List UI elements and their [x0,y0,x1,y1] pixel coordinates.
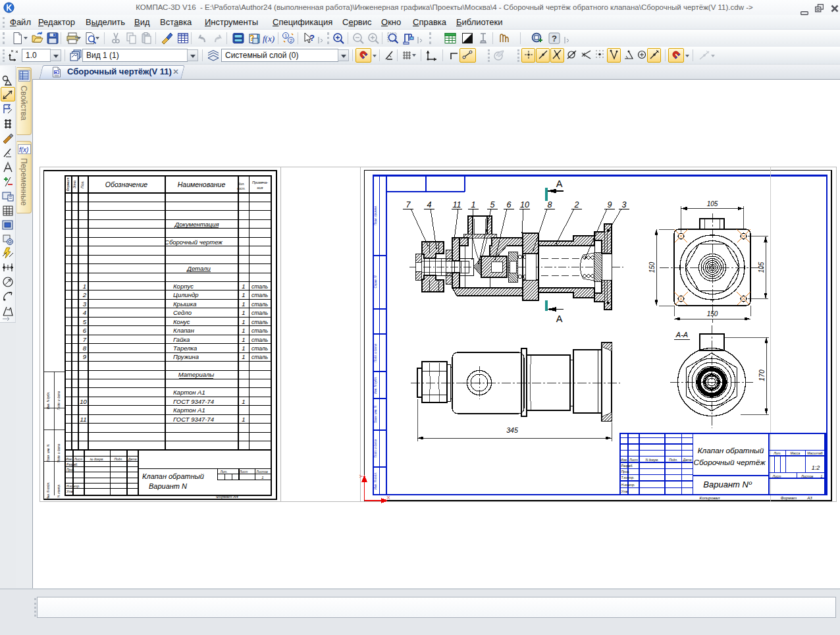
svg-text:Гайка: Гайка [173,336,190,343]
svg-text:Крышка: Крышка [173,300,197,308]
svg-text:2: 2 [82,291,87,298]
svg-text:150: 150 [648,262,656,273]
svg-text:сталь: сталь [251,337,268,343]
svg-text:N докум.: N докум. [645,458,658,462]
svg-text:Инв. N дубл.: Инв. N дубл. [374,377,377,394]
svg-text:Корпус: Корпус [173,283,194,290]
svg-text:Обозначение: Обозначение [105,180,147,188]
svg-text:Инв. N подл.: Инв. N подл. [47,482,50,500]
svg-text:6: 6 [83,327,87,334]
svg-text:Лит.: Лит. [219,470,227,474]
svg-text:Н.контр.: Н.контр. [66,485,80,488]
svg-text:Сборочный чертеж: Сборочный чертеж [165,238,223,246]
svg-text:X: X [386,495,390,501]
svg-text:Масштаб: Масштаб [807,451,823,455]
svg-text:сталь: сталь [251,292,268,298]
svg-text:сталь: сталь [251,345,268,352]
svg-text:Н. контр.: Н. контр. [57,484,61,498]
svg-text:Масса: Масса [791,451,801,455]
svg-text:сталь: сталь [251,319,268,325]
svg-text:6: 6 [507,200,512,209]
svg-text:Разраб.: Разраб. [66,463,78,466]
svg-text:7: 7 [406,200,411,209]
svg-text:Т.контр.: Т.контр. [621,476,635,480]
svg-text:А-А: А-А [675,331,688,339]
svg-text:Листов: Листов [801,474,814,478]
svg-text:7: 7 [83,336,87,343]
svg-text:1: 1 [471,200,476,209]
svg-text:Формат: Формат [781,495,797,500]
svg-text:Кол.: Кол. [238,182,245,186]
svg-text:сталь: сталь [251,301,268,308]
svg-text:Наименование: Наименование [178,180,226,188]
svg-text:Копировал: Копировал [700,495,720,500]
svg-text:1: 1 [242,283,245,290]
svg-text:4: 4 [83,309,86,316]
svg-text:3: 3 [83,300,87,308]
svg-text:Утв.: Утв. [66,490,74,493]
svg-text:Взам. инв. N: Взам. инв. N [374,405,377,423]
svg-text:Лист: Лист [629,458,638,462]
svg-text:170: 170 [758,370,766,381]
svg-text:№ докум.: № докум. [90,458,103,461]
svg-text:Пружина: Пружина [173,353,199,360]
svg-text:1: 1 [821,474,823,478]
svg-text:1: 1 [242,300,245,308]
svg-text:Разраб.: Разраб. [621,464,633,468]
svg-text:Седло: Седло [173,309,192,316]
svg-text:Подп. и дата: Подп. и дата [374,343,377,362]
svg-text:Клапан: Клапан [173,327,195,334]
svg-text:9: 9 [608,200,612,209]
svg-text:4: 4 [427,200,432,209]
svg-text:10: 10 [80,398,87,405]
svg-text:1: 1 [242,309,245,316]
svg-text:Картон А1: Картон А1 [173,389,205,396]
svg-text:Картон А1: Картон А1 [173,406,205,414]
svg-text:105: 105 [758,262,765,273]
svg-text:Листов: Листов [255,470,268,474]
svg-text:Дата: Дата [682,458,691,462]
svg-text:Взам. инв. N: Взам. инв. N [47,444,50,462]
svg-text:Материалы: Материалы [178,371,215,378]
svg-text:Утв.: Утв. [621,489,629,493]
svg-text:1: 1 [242,345,245,352]
svg-text:Сборочный чертёж: Сборочный чертёж [693,458,766,467]
svg-text:1: 1 [242,416,245,423]
svg-text:сталь: сталь [251,310,268,316]
svg-text:А: А [556,314,563,324]
svg-text:Изм.: Изм. [66,458,72,461]
svg-text:Формат: Формат [66,177,70,191]
svg-text:сталь: сталь [251,283,268,290]
svg-text:1:2: 1:2 [812,464,820,471]
svg-text:3: 3 [622,200,627,209]
svg-text:11: 11 [453,200,461,209]
svg-text:1: 1 [261,476,263,480]
svg-text:10: 10 [520,200,529,209]
svg-text:Клапан обратный: Клапан обратный [698,446,764,455]
svg-text:345: 345 [506,426,518,434]
svg-text:Перв. примен.: Перв. примен. [374,206,377,225]
svg-text:сталь: сталь [251,327,268,334]
svg-text:ност.: ност. [237,187,245,190]
svg-text:8: 8 [83,345,87,352]
svg-text:Лист: Лист [239,470,248,474]
svg-text:Пров.: Пров. [66,468,75,472]
svg-text:Инв. N подл.: Инв. N подл. [374,472,377,489]
svg-text:ния: ния [257,186,263,190]
svg-text:Подп.: Подп. [115,458,123,461]
svg-text:Тарелка: Тарелка [173,345,197,352]
svg-text:Клапан обратный: Клапан обратный [142,472,204,480]
svg-text:150: 150 [707,310,718,318]
svg-text:Зона: Зона [72,180,76,188]
svg-text:Подп. и дата: Подп. и дата [57,443,61,462]
svg-text:1: 1 [242,327,245,334]
svg-text:Справ. N: Справ. N [374,275,377,289]
svg-text:Подп.: Подп. [669,458,677,462]
svg-text:сталь: сталь [251,354,268,360]
svg-text:5: 5 [83,318,87,325]
svg-text:1: 1 [242,291,245,298]
svg-text:А3: А3 [806,495,812,500]
svg-text:1: 1 [242,398,245,405]
svg-text:Поз.: Поз. [80,180,84,188]
svg-text:2: 2 [574,200,579,209]
